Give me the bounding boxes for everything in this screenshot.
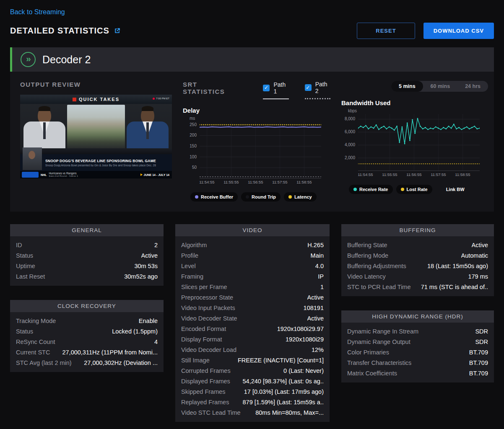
stat-value: Active [307,315,324,322]
chart-unit-label: kbps [348,109,488,113]
stat-label: Color Primaries [347,349,389,356]
stat-label: Uptime [16,263,35,269]
external-link-icon[interactable] [114,27,121,34]
path1-label: Path 1 [273,81,288,95]
legend-latency[interactable]: Latency [284,192,317,202]
stat-label: Video Decoder State [181,315,237,322]
preview-inset-photo [23,147,42,170]
output-review-section: OUTPUT REVIEW QUICK TAKES 7:00 PM ET SNO… [20,81,172,202]
stat-label: Buffering State [347,242,387,248]
y-tick-label: 6,000 [345,129,355,134]
legend-link-bw[interactable]: Link BW [436,185,469,194]
stat-row-framing: FramingIP [175,271,330,282]
stat-value: IP [318,273,324,280]
stat-value: BT.709 [469,370,488,377]
stat-value: 71 ms (STC is ahead of.. [421,284,488,290]
legend-label: Lost Rate [407,187,428,192]
chart-canvas [358,114,480,171]
legend-label: Link BW [446,187,465,192]
decoder-icon: ›› [21,52,36,67]
stat-row-video-latency: Video Latency179 ms [341,271,494,282]
stat-label: Still Image [181,357,210,364]
legend-receive-buffer[interactable]: Receive Buffer [190,192,238,202]
panel-title: HIGH DYNAMIC RANGE (HDR) [341,310,494,323]
stat-label: Video Latency [347,273,386,280]
download-csv-button[interactable]: DOWNLOAD CSV [423,23,494,39]
time-range-row: 5 mins60 mins24 hrs [341,81,488,92]
stat-value: Active [307,294,324,301]
time-range-toggle: 5 mins60 mins24 hrs [391,81,488,92]
stat-value: Active [141,252,158,259]
x-tick-label: 11:57:55 [272,180,287,184]
y-tick-label: 200 [190,133,197,137]
range-option-60-mins[interactable]: 60 mins [423,81,458,92]
stat-row-video-decoder-load: Video Decoder Load12% [175,344,330,355]
chart-x-axis: 11:54:5511:55:5511:56:5511:57:5511:58:55 [200,180,321,186]
stat-label: STC Avg (last 2 min) [16,359,72,366]
stat-label: Displayed Frames [181,378,230,385]
stat-row-matrix-coefficients: Matrix CoefficientsBT.709 [341,368,494,378]
stats-panel-high-dynamic-range-hdr: HIGH DYNAMIC RANGE (HDR)Dynamic Range In… [341,310,494,382]
panel-rows: ID2StatusActiveUptime30m 53sLast Reset30… [10,236,164,282]
y-tick-label: 4,000 [345,142,355,147]
stat-row-resync-count: ReSync Count4 [10,336,164,347]
stat-row-uptime: Uptime30m 53s [10,261,164,271]
play-icon [140,173,143,176]
legend-lost-rate[interactable]: Lost Rate [396,185,432,194]
stat-label: Buffering Mode [347,252,388,259]
stat-label: ID [16,242,22,248]
stat-row-color-primaries: Color PrimariesBT.709 [341,347,494,357]
stat-row-video-stc-lead-time: Video STC Lead Time80ms Min=80ms, Max=..… [175,407,330,418]
stats-panel-video: VIDEOAlgorithmH.265ProfileMainLevel4.0Fr… [175,224,330,422]
y-tick-label: 8,000 [345,116,355,121]
stat-label: Buffering Adjustments [347,263,406,269]
stats-panel-clock-recovery: CLOCK RECOVERYTracking ModeEnableStatusL… [10,300,164,372]
range-option-24-hrs[interactable]: 24 hrs [457,81,488,92]
y-tick-label: 2,000 [345,155,355,160]
stat-row-encoded-format: Encoded Format1920x1080i29.97 [175,323,330,334]
stat-value: 1920x1080i29.97 [277,326,324,332]
stat-label: Matrix Coefficients [347,370,397,377]
stat-value: 12% [312,346,324,353]
path1-checkbox[interactable]: Path 1 [263,81,288,99]
chart-title: Bandwidth Used [341,99,488,106]
legend-dot-icon [401,188,404,191]
chart-canvas [200,121,321,178]
stat-label: Profile [181,252,198,259]
y-tick-label: 50 [192,165,197,170]
stat-row-stc-avg-last-2-min: STC Avg (last 2 min)27,000,302Hz (Deviat… [10,357,164,368]
preview-show-title: QUICK TAKES [79,97,120,102]
y-tick-label: 100 [190,155,197,159]
reset-button[interactable]: RESET [357,23,415,39]
stat-value: 179 ms [468,273,488,280]
back-to-streaming-link[interactable]: Back to Streaming [10,8,65,16]
stat-label: Status [16,328,33,335]
chart-plot-area: 50100150200250 [183,121,330,178]
stat-row-algorithm: AlgorithmH.265 [175,240,330,250]
stat-row-dynamic-range-in-stream: Dynamic Range In StreamSDR [341,326,494,336]
delay-chart: Delayms5010015020025011:54:5511:55:5511:… [183,107,330,202]
studio-desk [20,148,172,154]
range-option-5-mins[interactable]: 5 mins [391,81,423,92]
stat-row-current-stc: Current STC27,000,311Hz (11PPM from Nomi… [10,347,164,357]
panel-rows: AlgorithmH.265ProfileMainLevel4.0Framing… [175,236,330,418]
stat-row-transfer-characteristics: Transfer CharacteristicsBT.709 [341,357,494,368]
bandwidth-chart: Bandwidth Usedkbps2,0004,0006,0008,00011… [341,99,488,194]
stat-label: Framing [181,273,203,280]
stat-label: Display Format [181,336,222,343]
stat-row-display-format: Display Format1920x1080i29 [175,334,330,344]
stat-label: Video Decoder Load [181,346,236,353]
stat-label: Replayed Frames [181,399,229,406]
stat-value: SDR [475,339,488,345]
stat-value: 1920x1080i29 [286,336,324,343]
preview-ticker: NHL Hurricanes vs Rangers East.2nd Round… [20,171,172,178]
legend-receive-rate[interactable]: Receive Rate [349,185,393,194]
legend-round-trip[interactable]: Round Trip [241,192,281,202]
chart-legend: Receive BufferRound TripLatency [190,192,330,202]
x-tick-label: 11:57:55 [431,172,446,177]
stat-row-stc-to-pcr-lead-time: STC to PCR Lead Time71 ms (STC is ahead … [341,282,494,292]
path2-checkbox[interactable]: Path 2 [305,81,330,99]
stat-label: Dynamic Range In Stream [347,328,418,335]
legend-dot-icon [246,195,249,199]
output-review-title: OUTPUT REVIEW [20,81,172,88]
